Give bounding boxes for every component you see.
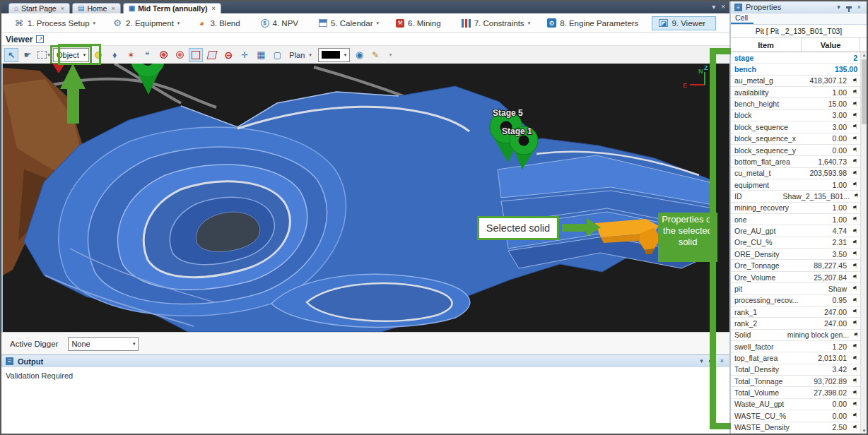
row-pin-icon[interactable]: ⚑ — [850, 112, 860, 119]
row-pin-icon[interactable]: ⚑ — [850, 355, 860, 362]
document-tab[interactable]: ▤ Home × — [72, 3, 121, 13]
ribbon-item[interactable]: 3. Blend — [189, 16, 250, 31]
property-row[interactable]: block_sequence_y 0.00 ⚑ — [731, 145, 860, 156]
property-row[interactable]: mining_recovery 1.00 ⚑ — [731, 203, 860, 214]
property-row[interactable]: rank_2 247.00 ⚑ — [731, 318, 860, 329]
scroll-up-icon[interactable]: ▲ — [861, 53, 867, 57]
color-swatch-dropdown[interactable]: ▾ — [318, 48, 351, 62]
property-row[interactable]: ID Shaw_2_135_B01... ⚑ — [731, 191, 860, 202]
tabbar-collapse-icon[interactable]: ▾ — [712, 3, 715, 11]
panel-collapse-icon[interactable]: ▾ — [837, 4, 840, 11]
marquee-select-icon[interactable]: ▾ — [37, 48, 51, 62]
property-row[interactable]: cu_metal_t 203,593.98 ⚑ — [731, 168, 860, 179]
tab-cell[interactable]: Cell — [731, 13, 753, 24]
property-row[interactable]: availability 1.00 ⚑ — [731, 87, 860, 98]
property-row[interactable]: swell_factor 1.20 ⚑ — [731, 341, 860, 352]
property-row[interactable]: ORE_Density 3.50 ⚑ — [731, 249, 860, 260]
tab-close-icon[interactable]: × — [212, 5, 216, 12]
no-entry-icon[interactable] — [221, 48, 235, 62]
row-pin-icon[interactable]: ⚑ — [850, 274, 860, 280]
panel-close-icon[interactable]: × — [857, 4, 861, 11]
column-item[interactable]: Item — [731, 38, 802, 52]
property-row[interactable]: WASTE_CU_% 0.00 ⚑ — [731, 410, 860, 422]
ribbon-item[interactable]: 6. Mining — [389, 16, 452, 30]
row-pin-icon[interactable]: ⚑ — [850, 101, 860, 107]
row-pin-icon[interactable]: ⚑ — [850, 297, 860, 304]
row-pin-icon[interactable]: ⚑ — [850, 216, 860, 222]
clip-box-button[interactable] — [189, 48, 203, 62]
property-row[interactable]: block 3.00 ⚑ — [731, 110, 860, 121]
row-pin-icon[interactable]: ⚑ — [852, 193, 860, 199]
property-row[interactable]: WASTE_Density 2.50 ⚑ — [731, 422, 860, 434]
property-row[interactable]: Waste_AU_gpt 0.00 ⚑ — [731, 399, 860, 410]
row-pin-icon[interactable]: ⚑ — [850, 343, 860, 350]
property-row[interactable]: Ore_CU_% 2.31 ⚑ — [731, 237, 860, 249]
property-row[interactable]: one 1.00 ⚑ — [731, 214, 860, 225]
row-pin-icon[interactable]: ⚑ — [850, 412, 860, 419]
pan-icon[interactable] — [20, 48, 35, 62]
row-pin-icon[interactable]: ⚑ — [850, 367, 860, 373]
row-pin-icon[interactable]: ⚑ — [850, 285, 860, 292]
properties-scrollbar[interactable]: ▲ ▼ — [860, 52, 867, 434]
row-pin-icon[interactable]: ⚑ — [850, 401, 860, 407]
property-row[interactable]: au_metal_g 418,307.12 ⚑ — [731, 76, 860, 87]
tab-close-icon[interactable]: × — [61, 5, 64, 12]
row-pin-icon[interactable]: ⚑ — [850, 320, 860, 326]
row-pin-icon[interactable]: ⚑ — [850, 124, 860, 130]
property-row[interactable]: block_sequence 3.00 ⚑ — [731, 121, 860, 133]
fit-icon[interactable] — [270, 48, 284, 62]
clip-plane-button[interactable] — [205, 48, 219, 62]
toolbar-overflow-icon[interactable]: ▾ — [389, 52, 392, 58]
row-pin-icon[interactable]: ⚑ — [850, 263, 860, 269]
row-pin-icon[interactable]: ⚑ — [852, 332, 860, 338]
ribbon-item[interactable]: 5. Calendar ▾ — [312, 16, 386, 30]
column-value[interactable]: Value — [802, 38, 860, 52]
property-row[interactable]: block_sequence_x 0.00 ⚑ — [731, 133, 860, 145]
property-row[interactable]: pit Shaw ⚑ — [731, 283, 860, 294]
select-cursor-icon[interactable] — [4, 48, 18, 62]
property-row[interactable]: Ore_AU_gpt 4.74 ⚑ — [731, 225, 860, 237]
geo-comment-icon[interactable] — [352, 48, 366, 62]
row-pin-icon[interactable]: ⚑ — [850, 309, 860, 315]
label-icon[interactable] — [107, 48, 122, 62]
tabbar-close-icon[interactable]: × — [721, 3, 725, 11]
property-row[interactable]: Total_Volume 27,398.02 ⚑ — [731, 387, 860, 398]
row-pin-icon[interactable]: ⚑ — [850, 205, 860, 211]
comment-icon[interactable] — [140, 48, 154, 62]
property-row[interactable]: bench_height 15.00 ⚑ — [731, 98, 860, 109]
row-pin-icon[interactable]: ⚑ — [850, 89, 860, 95]
tab-close-icon[interactable]: × — [111, 5, 115, 12]
ribbon-item[interactable]: 1. Process Setup ▾ — [7, 16, 102, 31]
row-pin-icon[interactable]: ⚑ — [850, 390, 860, 396]
ribbon-item[interactable]: 4. NPV — [254, 16, 309, 30]
property-row[interactable]: Total_Density 3.42 ⚑ — [731, 364, 860, 376]
property-row[interactable]: equipment 1.00 ⚑ — [731, 179, 860, 191]
property-row[interactable]: Total_Tonnage 93,702.89 ⚑ — [731, 376, 860, 387]
active-digger-dropdown[interactable]: None ▾ — [68, 337, 139, 351]
record-view-icon[interactable] — [156, 48, 170, 62]
row-pin-icon[interactable]: ⚑ — [850, 181, 860, 188]
row-pin-icon[interactable]: ⚑ — [850, 239, 860, 246]
row-pin-icon[interactable]: ⚑ — [850, 228, 860, 234]
panel-pin-icon[interactable] — [846, 6, 852, 8]
ribbon-item[interactable]: 9. Viewer — [652, 16, 716, 30]
panel-close-icon[interactable]: × — [720, 357, 724, 364]
row-pin-icon[interactable]: ⚑ — [850, 170, 860, 177]
document-tab[interactable]: ▣ Mid Term (annually) × — [123, 3, 221, 13]
scrollbar-thumb[interactable] — [862, 59, 867, 124]
plan-dropdown-caret[interactable]: ▾ — [309, 52, 312, 58]
axes-icon[interactable] — [237, 48, 252, 62]
open-external-icon[interactable] — [36, 35, 44, 43]
record-view-alt-icon[interactable] — [172, 48, 187, 62]
property-row[interactable]: rank_1 247.00 ⚑ — [731, 306, 860, 318]
ribbon-item[interactable]: 2. Equipment ▾ — [105, 16, 187, 31]
row-pin-icon[interactable]: ⚑ — [850, 158, 860, 165]
ribbon-item[interactable]: 8. Engine Parameters — [540, 16, 649, 30]
property-row[interactable]: top_flat_area 2,013.01 ⚑ — [731, 352, 860, 364]
pin-edit-icon[interactable] — [368, 48, 382, 62]
row-pin-icon[interactable]: ⚑ — [850, 424, 860, 431]
scroll-down-icon[interactable]: ▼ — [861, 429, 867, 433]
property-row[interactable]: Ore_Volume 25,207.84 ⚑ — [731, 272, 860, 283]
row-pin-icon[interactable]: ⚑ — [850, 251, 860, 257]
property-row[interactable]: bench 135.00 — [731, 64, 860, 75]
